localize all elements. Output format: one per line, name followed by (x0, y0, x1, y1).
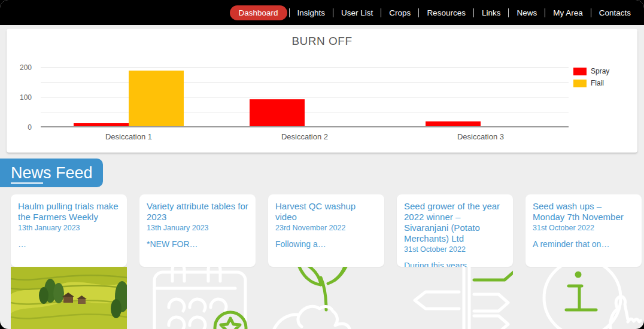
legend-label-spray: Spray (591, 67, 609, 75)
chart-y-axis: 0100200 (11, 68, 37, 127)
calendar-illustration (139, 267, 256, 329)
nav-separator (508, 8, 509, 17)
news-card-date: 23rd November 2022 (275, 224, 377, 232)
top-nav: Dashboard Insights User List Crops Resou… (0, 0, 644, 25)
legend-row-flail: Flail (573, 79, 609, 87)
news-card-excerpt: A reminder that on… (533, 239, 634, 249)
news-card-title: Variety attribute tables for 2023 (147, 201, 248, 223)
gridline-50 (41, 112, 569, 112)
legend-row-spray: Spray (573, 67, 609, 75)
gridline-150 (41, 82, 569, 83)
news-card-title: Haulm pulling trials make the Farmers We… (18, 201, 120, 223)
news-card-date: 13th January 2023 (147, 224, 248, 232)
news-card-title: Seed wash ups – Monday 7th November (533, 201, 634, 223)
news-card-date: 13th January 2023 (18, 224, 120, 232)
news-card-title: Seed grower of the year 2022 winner – Si… (404, 201, 506, 244)
news-feed-heading: News Feed (0, 159, 103, 187)
nav-separator (591, 8, 591, 17)
nav-item-user-list[interactable]: User List (335, 6, 379, 20)
seedling-in-hand-illustration (268, 267, 384, 329)
nav-item-resources[interactable]: Resources (421, 6, 472, 20)
news-card-excerpt: Following a… (275, 239, 377, 249)
news-feed-heading-rest: s Feed (43, 164, 93, 182)
news-card-haulm-pulling[interactable]: Haulm pulling trials make the Farmers We… (11, 194, 127, 267)
news-card-excerpt: *NEW FOR… (147, 239, 248, 249)
news-card-title: Harvest QC washup video (275, 201, 377, 223)
legend-label-flail: Flail (591, 79, 604, 87)
news-card-harvest-qc[interactable]: Harvest QC washup video 23rd November 20… (268, 194, 384, 267)
bar-flail-1 (129, 71, 184, 127)
nav-separator (473, 8, 474, 17)
bar-spray-2 (250, 99, 305, 128)
gridline-100 (41, 97, 569, 98)
nav-item-insights[interactable]: Insights (291, 6, 332, 20)
nav-item-contacts[interactable]: Contacts (593, 6, 637, 20)
x-label-1: Desiccation 1 (105, 132, 152, 141)
nav-separator (289, 8, 290, 17)
chart-title: BURN OFF (7, 29, 637, 48)
nav-separator (381, 8, 381, 17)
news-card-seed-grower[interactable]: Seed grower of the year 2022 winner – Si… (397, 194, 513, 267)
nav-item-crops[interactable]: Crops (383, 6, 417, 20)
nav-item-dashboard[interactable]: Dashboard (230, 5, 287, 20)
legend-swatch-spray (573, 68, 587, 75)
burn-off-chart-panel: BURN OFF 0100200 Desiccation 1Desiccatio… (7, 29, 637, 153)
chart-x-axis-labels: Desiccation 1Desiccation 2Desiccation 3 (41, 132, 569, 143)
y-tick-200: 200 (20, 63, 32, 72)
nav-separator (333, 8, 333, 17)
chart-legend: SprayFlail (573, 67, 609, 91)
chart-plot-area (41, 68, 569, 127)
news-card-seed-wash-ups[interactable]: Seed wash ups – Monday 7th November 31st… (525, 194, 642, 267)
x-axis-line (41, 126, 569, 127)
news-card-excerpt: … (18, 239, 120, 249)
news-card-variety-tables[interactable]: Variety attribute tables for 2023 13th J… (139, 194, 256, 267)
news-card-date: 31st October 2022 (404, 245, 506, 254)
x-label-2: Desiccation 2 (281, 132, 328, 141)
y-tick-100: 100 (20, 93, 32, 102)
nav-item-my-area[interactable]: My Area (547, 6, 589, 20)
nav-separator (545, 8, 545, 17)
y-tick-0: 0 (28, 123, 32, 132)
nav-item-news[interactable]: News (511, 6, 543, 20)
info-pointer-illustration (525, 267, 642, 329)
signpost-illustration (397, 267, 513, 329)
nav-separator (418, 8, 419, 17)
legend-swatch-flail (573, 80, 587, 87)
x-label-3: Desiccation 3 (457, 132, 504, 141)
gridline-200 (41, 67, 569, 68)
app-window: Dashboard Insights User List Crops Resou… (0, 0, 644, 329)
news-card-excerpt: During this years… (404, 261, 506, 267)
nav-item-links[interactable]: Links (476, 6, 507, 20)
news-card-date: 31st October 2022 (533, 224, 634, 232)
rice-terraces-photo (11, 267, 127, 329)
news-feed-heading-underlined-part: New (11, 164, 43, 184)
